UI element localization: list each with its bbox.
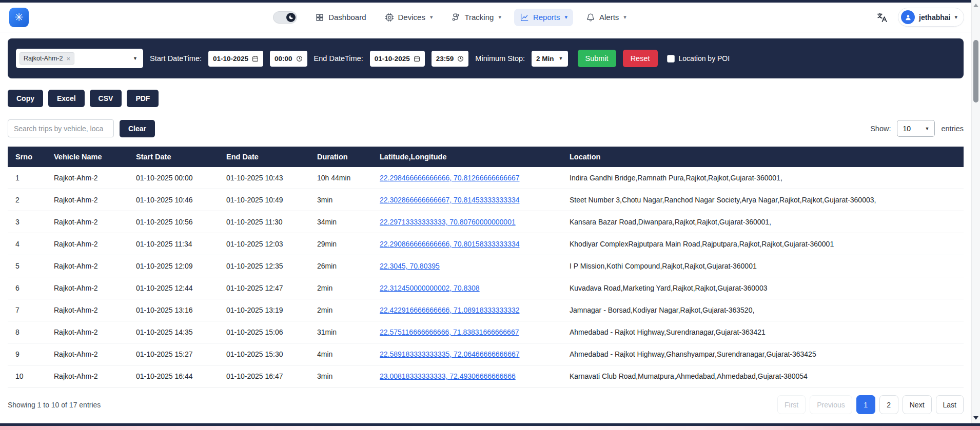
cell-latlng: 22.29713333333333, 70.80760000000001 [374,211,563,233]
start-time-input[interactable]: 00:00 [270,51,307,67]
moon-icon [286,13,296,22]
latlng-link[interactable]: 22.290866666666666, 70.80158333333334 [380,240,520,248]
cell-end-date: 01-10-2025 12:03 [220,233,311,255]
column-header[interactable]: Srno [8,147,48,167]
cell-location: Ahmedabad - Rajkot Highway,Surendranagar… [563,321,964,343]
cell-srno: 2 [8,189,48,211]
scroll-up-arrow-icon[interactable] [973,4,978,7]
column-header[interactable]: End Date [220,147,311,167]
excel-export-button[interactable]: Excel [48,90,85,107]
cell-latlng: 23.00818333333333, 72.49306666666666 [374,365,563,387]
cell-latlng: 22.302866666666667, 70.81453333333334 [374,189,563,211]
pdf-export-button[interactable]: PDF [127,90,159,107]
clear-search-button[interactable]: Clear [120,120,155,137]
calendar-icon [414,55,420,62]
trip-row: 6Rajkot-Ahm-201-10-2025 12:4401-10-2025 … [8,277,964,299]
cell-end-date: 01-10-2025 12:35 [220,255,311,277]
cell-vehicle-name: Rajkot-Ahm-2 [48,189,130,211]
page-button-next[interactable]: Next [903,395,932,414]
cell-start-date: 01-10-2025 00:00 [130,167,220,189]
username: jethabhai [919,13,950,22]
cell-duration: 4min [311,343,374,365]
nav-item-label: Alerts [599,13,619,22]
cell-latlng: 22.3045, 70.80395 [374,255,563,277]
entries-per-page-value: 10 [903,125,911,133]
minimum-stop-select[interactable]: 2 Min ▼ [532,51,567,67]
remove-tag-icon[interactable]: × [66,55,70,62]
bottom-border-strip [0,423,980,430]
dashboard-icon [315,13,324,22]
location-by-poi-label: Location by POI [679,54,730,63]
selected-vehicle-tag[interactable]: Rajkot-Ahm-2 × [19,52,74,65]
start-datetime-label: Start DateTime: [150,54,202,63]
nav-item-label: Reports [533,13,560,22]
scroll-down-arrow-icon[interactable] [973,416,978,420]
nav-item-reports[interactable]: Reports▾ [514,9,573,26]
nav-item-tracking[interactable]: Tracking▾ [445,9,507,26]
latlng-link[interactable]: 22.312450000000002, 70.8308 [380,284,480,292]
column-header[interactable]: Vehicle Name [48,147,130,167]
scrollbar-thumb[interactable] [973,40,978,103]
page-button-2[interactable]: 2 [879,395,898,414]
vehicle-select[interactable]: Rajkot-Ahm-2 × ▼ [16,49,143,68]
cell-location: Indira Gandhi Bridge,Ramnath Pura,Rajkot… [563,167,964,189]
cell-end-date: 01-10-2025 10:49 [220,189,311,211]
page-button-last[interactable]: Last [936,395,964,414]
cell-location: Ahmedabad - Rajkot Highway,Ghanshyampar,… [563,343,964,365]
end-time-input[interactable]: 23:59 [432,51,469,67]
copy-export-button[interactable]: Copy [8,90,43,107]
location-by-poi-checkbox[interactable] [667,55,675,63]
latlng-link[interactable]: 22.589183333333335, 72.06466666666667 [380,350,520,358]
chevron-down-icon: ▾ [498,14,501,20]
alerts-icon [586,13,595,22]
nav-item-devices[interactable]: Devices▾ [379,9,439,26]
end-time-value: 23:59 [436,55,454,63]
latlng-link[interactable]: 22.575116666666666, 71.83831666666667 [380,328,519,336]
page-button-first: First [777,395,806,414]
entries-per-page-select[interactable]: 10 ▼ [897,120,935,137]
nav-item-dashboard[interactable]: Dashboard [309,9,371,26]
reset-button[interactable]: Reset [623,50,658,67]
cell-latlng: 22.312450000000002, 70.8308 [374,277,563,299]
cell-duration: 31min [311,321,374,343]
nav-item-alerts[interactable]: Alerts▾ [580,9,632,26]
search-input[interactable] [8,119,114,137]
show-label: Show: [870,125,891,133]
cell-latlng: 22.298466666666666, 70.81266666666667 [374,167,563,189]
cell-end-date: 01-10-2025 15:30 [220,343,311,365]
clock-icon [296,55,303,62]
clock-icon [457,55,464,62]
column-header[interactable]: Duration [311,147,374,167]
latlng-link[interactable]: 22.302866666666667, 70.81453333333334 [380,196,520,204]
show-entries-group: Show: 10 ▼ entries [870,120,964,137]
cell-location: Kansara Bazar Road,Diwanpara,Rajkot,Rajk… [563,211,964,233]
trip-row: 8Rajkot-Ahm-201-10-2025 14:3501-10-2025 … [8,321,964,343]
page-button-previous: Previous [810,395,852,414]
trip-row: 3Rajkot-Ahm-201-10-2025 10:5601-10-2025 … [8,211,964,233]
latlng-link[interactable]: 22.298466666666666, 70.81266666666667 [380,174,520,182]
cell-end-date: 01-10-2025 11:30 [220,211,311,233]
end-datetime-label: End DateTime: [314,54,363,63]
vertical-scrollbar[interactable] [971,0,980,423]
cell-vehicle-name: Rajkot-Ahm-2 [48,233,130,255]
app-logo[interactable]: ✳ [9,8,29,27]
latlng-link[interactable]: 22.29713333333333, 70.80760000000001 [380,218,516,226]
latlng-link[interactable]: 22.422916666666666, 71.08918333333332 [380,306,520,314]
start-date-input[interactable]: 01-10-2025 [208,51,263,67]
translate-icon[interactable] [876,12,888,23]
page-button-1[interactable]: 1 [856,395,875,414]
chevron-down-icon: ▾ [954,14,957,21]
theme-toggle[interactable] [273,11,297,24]
column-header[interactable]: Start Date [130,147,220,167]
csv-export-button[interactable]: CSV [90,90,122,107]
latlng-link[interactable]: 22.3045, 70.80395 [380,262,440,270]
submit-button[interactable]: Submit [578,50,616,67]
latlng-link[interactable]: 23.00818333333333, 72.49306666666666 [380,372,516,380]
chevron-down-icon: ▼ [133,56,138,61]
user-menu[interactable]: jethabhai ▾ [898,8,964,27]
column-header[interactable]: Latitude,Longitude [374,147,563,167]
column-header[interactable]: Location [563,147,964,167]
cell-end-date: 01-10-2025 10:43 [220,167,311,189]
cell-start-date: 01-10-2025 11:34 [130,233,220,255]
end-date-input[interactable]: 01-10-2025 [370,51,425,67]
